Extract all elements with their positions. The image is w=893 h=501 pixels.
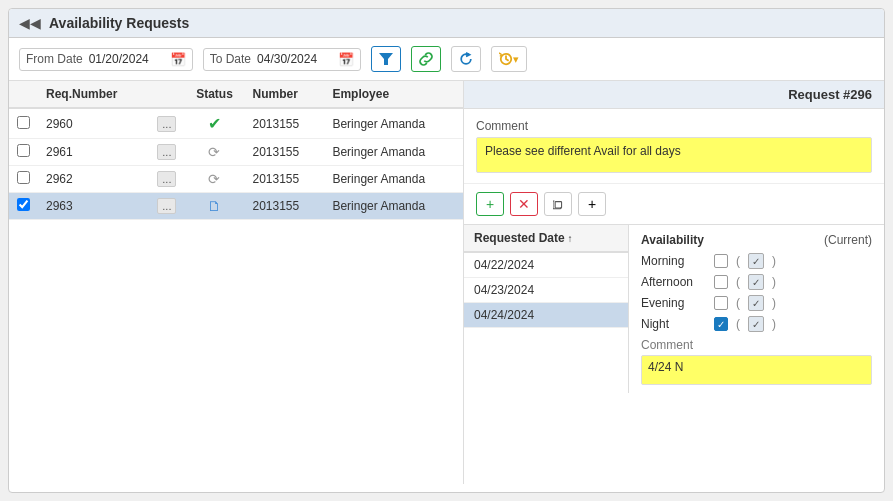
title-bar: ◀◀ Availability Requests <box>9 9 884 38</box>
svg-marker-0 <box>379 53 393 65</box>
employee-cell: Beringer Amanda <box>324 193 463 220</box>
request-header: Request #296 <box>464 81 884 109</box>
comment-text[interactable]: Please see different Avail for all days <box>476 137 872 173</box>
req-number-cell: 2963 <box>38 193 149 220</box>
extra-add-button[interactable]: + <box>578 192 606 216</box>
avail-current-checkbox: ✓ <box>748 295 764 311</box>
to-date-label: To Date <box>210 52 251 66</box>
avail-row: Night ✓ ( ✓ ) <box>641 316 872 332</box>
row-checkbox[interactable] <box>17 171 30 184</box>
date-cell: 04/22/2024 <box>464 252 628 278</box>
to-date-value: 04/30/2024 <box>257 52 332 66</box>
avail-checkbox[interactable]: ✓ <box>714 317 728 331</box>
avail-comment-box[interactable]: 4/24 N <box>641 355 872 385</box>
toolbar: From Date 01/20/2024 📅 To Date 04/30/202… <box>9 38 884 81</box>
col-number: Number <box>244 81 324 108</box>
req-number-cell: 2961 <box>38 139 149 166</box>
left-panel: Req.Number Status Number Employee 2960 .… <box>9 81 464 484</box>
employee-cell: Beringer Amanda <box>324 166 463 193</box>
avail-label: Afternoon <box>641 275 706 289</box>
from-date-value: 01/20/2024 <box>89 52 164 66</box>
main-container: ◀◀ Availability Requests From Date 01/20… <box>8 8 885 493</box>
row-checkbox[interactable] <box>17 198 30 211</box>
number-cell: 2013155 <box>244 108 324 139</box>
refresh-button[interactable] <box>451 46 481 72</box>
date-row[interactable]: 04/23/2024 <box>464 278 628 303</box>
avail-row: Afternoon ( ✓ ) <box>641 274 872 290</box>
avail-current-checkbox: ✓ <box>748 253 764 269</box>
number-cell: 2013155 <box>244 139 324 166</box>
avail-paren-close: ) <box>772 317 776 331</box>
col-requested-date[interactable]: Requested Date <box>464 225 628 252</box>
avail-checkbox[interactable] <box>714 275 728 289</box>
avail-row: Morning ( ✓ ) <box>641 253 872 269</box>
avail-paren-close: ) <box>772 296 776 310</box>
avail-paren-close: ) <box>772 275 776 289</box>
number-cell: 2013155 <box>244 193 324 220</box>
employee-cell: Beringer Amanda <box>324 139 463 166</box>
link-button[interactable] <box>411 46 441 72</box>
table-row[interactable]: 2962 ... ⟳ 2013155 Beringer Amanda <box>9 166 463 193</box>
col-checkbox <box>9 81 38 108</box>
copy-detail-button[interactable] <box>544 192 572 216</box>
avail-label: Evening <box>641 296 706 310</box>
row-action-button[interactable]: ... <box>157 116 176 132</box>
table-row[interactable]: 2961 ... ⟳ 2013155 Beringer Amanda <box>9 139 463 166</box>
employee-cell: Beringer Amanda <box>324 108 463 139</box>
from-date-field: From Date 01/20/2024 📅 <box>19 48 193 71</box>
status-cell: ⟳ <box>184 166 244 193</box>
table-row[interactable]: 2963 ... 🗋 2013155 Beringer Amanda <box>9 193 463 220</box>
avail-header: Availability (Current) <box>641 233 872 247</box>
right-panel: Request #296 Comment Please see differen… <box>464 81 884 484</box>
req-number-cell: 2960 <box>38 108 149 139</box>
avail-row: Evening ( ✓ ) <box>641 295 872 311</box>
status-spinner-icon: ⟳ <box>208 144 220 160</box>
status-cell: ✔ <box>184 108 244 139</box>
status-spinner-icon: ⟳ <box>208 171 220 187</box>
avail-checkbox[interactable] <box>714 254 728 268</box>
col-employee: Employee <box>324 81 463 108</box>
detail-toolbar: + ✕ + <box>464 184 884 225</box>
from-date-calendar-icon[interactable]: 📅 <box>170 52 186 67</box>
add-detail-button[interactable]: + <box>476 192 504 216</box>
filter-button[interactable] <box>371 46 401 72</box>
row-action-button[interactable]: ... <box>157 171 176 187</box>
avail-title: Availability <box>641 233 704 247</box>
nav-back-icon[interactable]: ◀◀ <box>19 15 41 31</box>
req-number-cell: 2962 <box>38 166 149 193</box>
date-row[interactable]: 04/24/2024 <box>464 303 628 328</box>
avail-paren-open: ( <box>736 254 740 268</box>
row-action-button[interactable]: ... <box>157 198 176 214</box>
delete-detail-button[interactable]: ✕ <box>510 192 538 216</box>
date-row[interactable]: 04/22/2024 <box>464 252 628 278</box>
row-checkbox[interactable] <box>17 144 30 157</box>
row-action-button[interactable]: ... <box>157 144 176 160</box>
history-button[interactable]: ▾ <box>491 46 527 72</box>
status-doc-icon: 🗋 <box>207 198 221 214</box>
avail-rows: Morning ( ✓ ) Afternoon ( ✓ ) Evening ( … <box>641 253 872 332</box>
row-checkbox[interactable] <box>17 116 30 129</box>
table-row[interactable]: 2960 ... ✔ 2013155 Beringer Amanda <box>9 108 463 139</box>
to-date-calendar-icon[interactable]: 📅 <box>338 52 354 67</box>
to-date-field: To Date 04/30/2024 📅 <box>203 48 361 71</box>
number-cell: 2013155 <box>244 166 324 193</box>
col-action <box>149 81 184 108</box>
avail-paren-close: ) <box>772 254 776 268</box>
avail-current-label: (Current) <box>824 233 872 247</box>
dates-table: Requested Date 04/22/202404/23/202404/24… <box>464 225 629 393</box>
page-title: Availability Requests <box>49 15 189 31</box>
svg-rect-2 <box>555 201 561 207</box>
avail-checkbox[interactable] <box>714 296 728 310</box>
avail-paren-open: ( <box>736 275 740 289</box>
avail-label: Morning <box>641 254 706 268</box>
status-cell: 🗋 <box>184 193 244 220</box>
history-dropdown-icon: ▾ <box>513 53 519 66</box>
content-area: Req.Number Status Number Employee 2960 .… <box>9 81 884 484</box>
comment-label: Comment <box>476 119 872 133</box>
avail-label: Night <box>641 317 706 331</box>
avail-current-checkbox: ✓ <box>748 316 764 332</box>
date-cell: 04/24/2024 <box>464 303 628 328</box>
avail-paren-open: ( <box>736 317 740 331</box>
status-cell: ⟳ <box>184 139 244 166</box>
status-check-icon: ✔ <box>208 115 221 132</box>
